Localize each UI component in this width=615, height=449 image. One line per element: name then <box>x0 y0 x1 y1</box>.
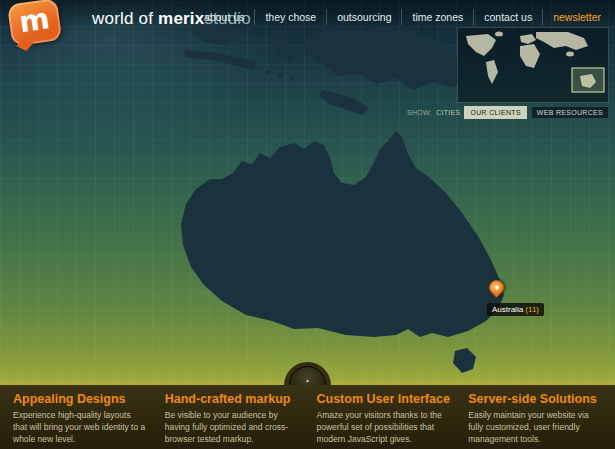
tab-our-clients[interactable]: OUR CLIENTS <box>464 106 526 119</box>
footer-col-text: Amaze your visitors thanks to the powerf… <box>317 410 451 446</box>
marker-country: Australia <box>492 305 525 314</box>
tab-cities[interactable]: CITIES <box>436 109 460 116</box>
footer-col-title[interactable]: Appealing Designs <box>13 392 147 406</box>
world-minimap[interactable] <box>457 27 609 103</box>
minimap-focus-rect <box>572 68 604 92</box>
australia-map[interactable] <box>145 128 535 388</box>
footer-col-custom-ui: Custom User Interface Amaze your visitor… <box>308 392 460 446</box>
footer-col-server-side: Server-side Solutions Easily maintain yo… <box>459 392 611 446</box>
nav-about-us[interactable]: about us <box>194 9 254 25</box>
footer: Appealing Designs Experience high-qualit… <box>0 385 615 449</box>
brand-prefix: world of <box>92 9 158 28</box>
footer-col-title[interactable]: Server-side Solutions <box>468 392 602 406</box>
footer-col-title[interactable]: Hand-crafted markup <box>165 392 299 406</box>
footer-col-text: Easily maintain your website via fully c… <box>468 410 602 446</box>
pin-dot <box>494 285 500 291</box>
nav-outsourcing[interactable]: outsourcing <box>326 9 401 25</box>
marker-count: (11) <box>525 305 539 314</box>
tab-web-resources[interactable]: WEB RESOURCES <box>531 106 609 119</box>
nav-time-zones[interactable]: time zones <box>401 9 473 25</box>
marker-tooltip[interactable]: Australia (11) <box>487 303 544 316</box>
world-map-graphic <box>458 28 608 102</box>
footer-col-appealing-designs: Appealing Designs Experience high-qualit… <box>4 392 156 446</box>
footer-columns: Appealing Designs Experience high-qualit… <box>0 385 615 446</box>
footer-col-text: Experience high-quality layouts that wil… <box>13 410 147 446</box>
footer-col-handcrafted-markup: Hand-crafted markup Be visible to your a… <box>156 392 308 446</box>
map-filter-tabs: SHOW: CITIES OUR CLIENTS WEB RESOURCES <box>407 106 609 119</box>
islands-map <box>170 26 480 138</box>
logo-bubble: m <box>7 0 62 47</box>
nav-they-chose[interactable]: they chose <box>254 9 326 25</box>
footer-col-text: Be visible to your audience by having fu… <box>165 410 299 446</box>
chevron-up-icon: ▲ <box>305 378 310 383</box>
show-label: SHOW: <box>407 109 432 116</box>
nav-newsletter[interactable]: newsletter <box>542 9 611 25</box>
nav-contact-us[interactable]: contact us <box>473 9 542 25</box>
footer-col-title[interactable]: Custom User Interface <box>317 392 451 406</box>
merix-logo-icon[interactable]: m <box>7 0 67 53</box>
logo-letter: m <box>17 4 51 37</box>
main-nav: about us they chose outsourcing time zon… <box>194 8 611 26</box>
